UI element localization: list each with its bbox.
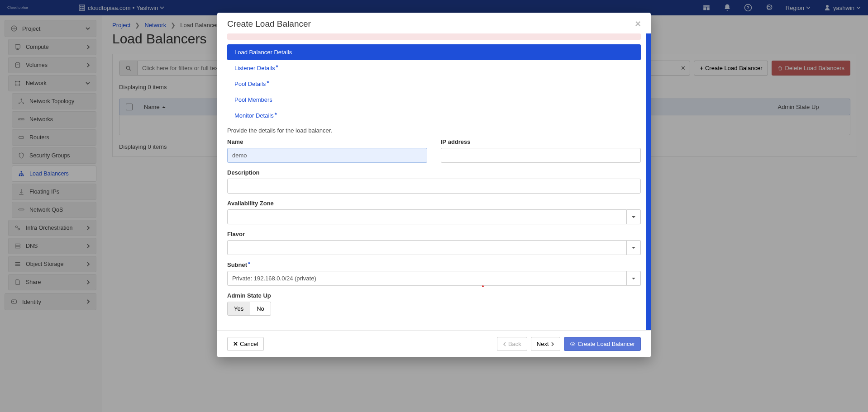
toggle-yes[interactable]: Yes — [227, 302, 250, 316]
chevron-right-icon — [551, 342, 554, 346]
label-az: Availability Zone — [227, 200, 641, 207]
label-description: Description — [227, 169, 641, 176]
wiz-nav-lb-details[interactable]: Load Balancer Details — [227, 44, 641, 60]
close-icon[interactable]: × — [635, 19, 641, 29]
wiz-nav-monitor[interactable]: Monitor Details* — [227, 108, 641, 123]
modal-title: Create Load Balancer — [227, 19, 311, 29]
ip-input[interactable] — [441, 148, 641, 163]
flavor-select[interactable] — [227, 240, 627, 255]
name-input[interactable] — [227, 148, 427, 163]
az-select[interactable] — [227, 209, 627, 224]
back-button[interactable]: Back — [497, 337, 527, 351]
chevron-left-icon — [503, 342, 506, 346]
wiz-nav-listener[interactable]: Listener Details* — [227, 60, 641, 76]
form-intro: Provide the details for the load balance… — [227, 127, 641, 134]
wizard-nav: Load Balancer Details Listener Details* … — [227, 44, 641, 123]
toggle-no[interactable]: No — [250, 302, 271, 316]
wiz-nav-pool[interactable]: Pool Details* — [227, 76, 641, 92]
label-flavor: Flavor — [227, 231, 641, 237]
cloud-download-icon — [570, 341, 576, 347]
subnet-caret[interactable] — [627, 271, 641, 286]
cancel-button[interactable]: ✕ Cancel — [227, 337, 264, 351]
caret-down-icon — [631, 276, 636, 281]
caret-down-icon — [631, 246, 636, 250]
az-caret[interactable] — [627, 209, 641, 224]
label-name: Name — [227, 138, 427, 145]
caret-down-icon — [631, 215, 636, 219]
admin-state-toggle: Yes No — [227, 302, 271, 316]
create-lb-modal: Create Load Balancer × Load Balancer Det… — [217, 13, 651, 357]
wiz-nav-members[interactable]: Pool Members — [227, 92, 641, 108]
label-admin-state: Admin State Up — [227, 292, 641, 299]
next-button[interactable]: Next — [531, 337, 560, 351]
create-button[interactable]: Create Load Balancer — [564, 337, 641, 351]
label-ip: IP address — [441, 138, 641, 145]
scrollbar[interactable] — [646, 33, 651, 330]
description-input[interactable] — [227, 179, 641, 194]
label-subnet: Subnet* — [227, 261, 641, 268]
flavor-caret[interactable] — [627, 240, 641, 255]
subnet-select[interactable] — [227, 271, 627, 286]
alert-strip — [227, 33, 641, 40]
